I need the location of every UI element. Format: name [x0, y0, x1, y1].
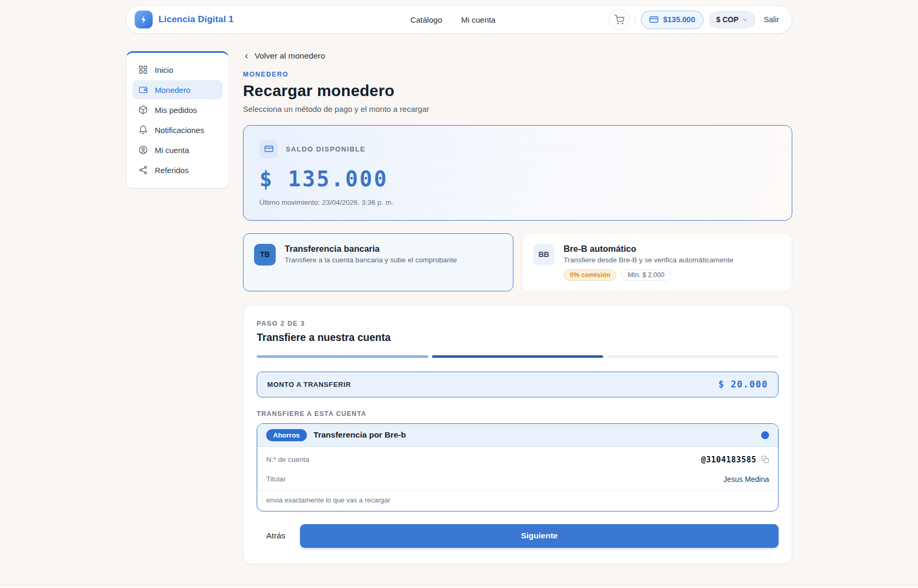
method-bre-b-automatico[interactable]: BB Bre-B automático Transfiere desde Bre…	[522, 233, 792, 291]
payment-methods: TB Transferencia bancaria Transfiere a l…	[243, 233, 792, 291]
method-title: Bre-B automático	[564, 244, 733, 254]
last-movement: Último movimiento: 23/04/2026, 3:36 p. m…	[259, 198, 776, 206]
balance-label: SALDO DISPONIBLE	[286, 145, 366, 153]
account-number-label: N.º de cuenta	[266, 456, 309, 463]
step-label: PASO 2 DE 3	[257, 320, 779, 327]
copy-button[interactable]	[761, 456, 769, 463]
wallet-balance-chip[interactable]: $135.000	[641, 11, 703, 29]
step-card: PASO 2 DE 3 Transfiere a nuestra cuenta …	[243, 305, 792, 564]
account-holder-value: Jesus Medina	[724, 475, 769, 483]
page-title: Recargar monedero	[243, 82, 792, 100]
account-type-badge: Ahorros	[266, 429, 307, 441]
account-selected-radio[interactable]	[761, 431, 769, 439]
header-nav: Catálogo Mi cuenta	[410, 15, 495, 24]
destination-account-card[interactable]: Ahorros Transferencia por Bre-b N.º de c…	[257, 423, 779, 511]
wallet-balance-value: $135.000	[663, 15, 695, 24]
method-transferencia-bancaria[interactable]: TB Transferencia bancaria Transfiere a l…	[243, 233, 513, 291]
sidebar-item-label: Referidos	[155, 166, 189, 175]
page-subtitle: Selecciona un método de pago y el monto …	[243, 105, 792, 113]
back-button[interactable]: Atrás	[257, 526, 295, 546]
account-holder-row: Titular Jesus Medina	[266, 470, 769, 489]
commission-badge: 0% comisión	[564, 269, 616, 281]
grid-icon	[138, 65, 148, 74]
method-avatar: TB	[254, 244, 276, 265]
currency-selector[interactable]: $ COP	[709, 11, 755, 29]
sidebar-item-mi-cuenta[interactable]: Mi cuenta	[133, 140, 222, 159]
currency-value: $ COP	[716, 15, 738, 24]
minimum-badge: Mín. $ 2.000	[621, 269, 671, 281]
account-note: envia exactamente lo que vas a recargar	[257, 490, 778, 511]
account-card-body: N.º de cuenta @3104183585 Titular Jesus …	[257, 447, 778, 511]
sidebar-item-mis-pedidos[interactable]: Mis pedidos	[133, 100, 222, 119]
method-description: Transfiere desde Bre-B y se verifica aut…	[564, 256, 733, 264]
progress-segment-1	[257, 355, 428, 358]
account-number-value: @3104183585	[701, 455, 756, 464]
back-link-label: Volver al monedero	[255, 51, 325, 61]
main-content: Volver al monedero MONEDERO Recargar mon…	[243, 51, 792, 564]
progress-segment-3	[607, 355, 779, 358]
next-button[interactable]: Siguiente	[300, 524, 779, 548]
wizard-buttons: Atrás Siguiente	[257, 524, 779, 548]
sidebar-item-monedero[interactable]: Monedero	[133, 80, 222, 99]
logout-button[interactable]: Salir	[764, 15, 779, 24]
sidebar-item-notificaciones[interactable]: Notificaciones	[133, 120, 222, 139]
card-icon	[259, 140, 278, 158]
header-actions: $135.000 $ COP Salir	[608, 9, 785, 30]
sidebar-item-inicio[interactable]: Inicio	[133, 60, 222, 79]
sidebar-item-label: Notificaciones	[155, 126, 204, 135]
lightning-icon	[135, 11, 153, 29]
footer: Licencia Digital 1 Inicio Catálogo Mi cu…	[0, 584, 918, 588]
brand-logo[interactable]: Licencia Digital 1	[135, 11, 233, 29]
chevron-left-icon	[243, 53, 250, 60]
nav-catalogo[interactable]: Catálogo	[410, 15, 442, 24]
progress-segment-2	[432, 355, 604, 358]
brand-name: Licencia Digital 1	[158, 14, 233, 25]
amount-to-transfer-field[interactable]: MONTO A TRANSFERIR $ 20.000	[257, 372, 779, 397]
account-number-row: N.º de cuenta @3104183585	[266, 450, 769, 470]
sidebar-item-label: Mis pedidos	[155, 106, 197, 115]
copy-icon	[761, 456, 769, 463]
amount-value: $ 20.000	[718, 379, 768, 390]
step-title: Transfiere a nuestra cuenta	[257, 331, 779, 344]
sidebar: Inicio Monedero Mis pedidos Notificacion…	[126, 51, 229, 188]
top-navigation-bar: Licencia Digital 1 Catálogo Mi cuenta $1…	[126, 5, 792, 34]
section-eyebrow: MONEDERO	[243, 71, 792, 78]
cart-icon	[614, 15, 624, 25]
account-name: Transferencia por Bre-b	[314, 430, 406, 440]
nav-mi-cuenta[interactable]: Mi cuenta	[461, 15, 495, 24]
cart-button[interactable]	[608, 9, 630, 30]
method-description: Transfiere a la cuenta bancaria y sube e…	[285, 256, 457, 264]
account-section-label: TRANSFIERE A ESTA CUENTA	[257, 410, 779, 418]
progress-bar	[257, 355, 779, 358]
method-avatar: BB	[533, 244, 555, 265]
balance-amount: $ 135.000	[259, 167, 776, 191]
method-title: Transferencia bancaria	[285, 244, 457, 254]
sidebar-item-label: Mi cuenta	[155, 146, 189, 155]
sidebar-item-label: Inicio	[155, 65, 173, 74]
share-icon	[138, 165, 148, 175]
wallet-icon	[138, 85, 148, 94]
package-icon	[138, 105, 148, 115]
user-icon	[138, 145, 148, 155]
header-divider	[635, 14, 635, 25]
account-holder-label: Titular	[266, 475, 286, 483]
amount-label: MONTO A TRANSFERIR	[267, 381, 351, 388]
account-card-header: Ahorros Transferencia por Bre-b	[257, 424, 778, 447]
sidebar-item-label: Monedero	[155, 86, 191, 94]
chevron-down-icon	[742, 17, 748, 23]
balance-card: SALDO DISPONIBLE $ 135.000 Último movimi…	[243, 125, 792, 221]
bell-icon	[138, 125, 148, 135]
back-to-wallet-link[interactable]: Volver al monedero	[243, 51, 325, 61]
card-icon	[649, 15, 659, 24]
sidebar-item-referidos[interactable]: Referidos	[133, 160, 222, 179]
